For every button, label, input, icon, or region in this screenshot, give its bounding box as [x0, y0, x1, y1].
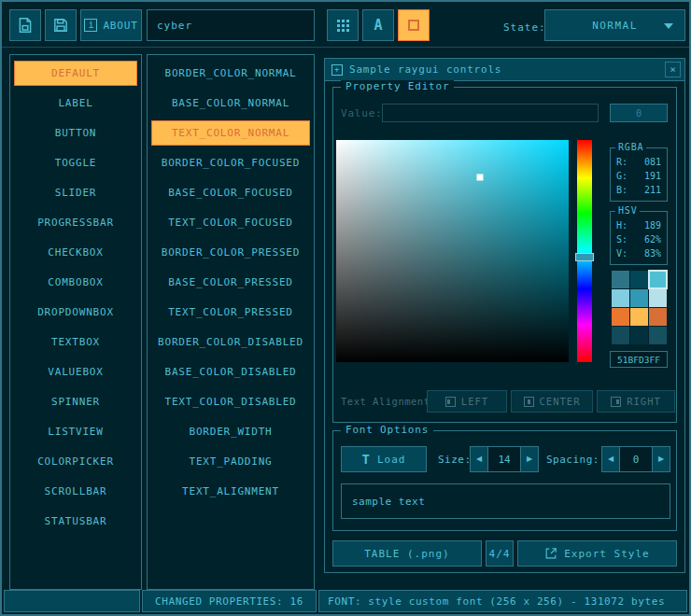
- color-swatch[interactable]: [630, 308, 648, 326]
- save-style-button[interactable]: [45, 9, 77, 41]
- hex-color-input[interactable]: [610, 351, 668, 368]
- status-changed-properties: CHANGED PROPERTIES: 16: [142, 590, 317, 612]
- property-list-item[interactable]: BORDER_COLOR_FOCUSED: [151, 150, 310, 175]
- hue-slider-handle[interactable]: [575, 253, 594, 261]
- arrow-left-icon: ◀: [608, 455, 613, 463]
- export-style-button[interactable]: Export Style: [517, 540, 677, 567]
- property-list-item[interactable]: BASE_COLOR_FOCUSED: [151, 180, 310, 205]
- property-list-item[interactable]: BORDER_COLOR_NORMAL: [151, 61, 310, 86]
- hsv-row-s: S:62%: [616, 232, 661, 246]
- controls-list-item-checkbox[interactable]: CHECKBOX: [14, 240, 137, 265]
- property-editor-group: Property Editor Value: 0 RGBA R:081 G:19…: [332, 87, 677, 423]
- color-swatch[interactable]: [649, 327, 667, 344]
- window-titlebar[interactable]: + Sample raygui controls ×: [325, 59, 684, 81]
- arrow-left-icon: ◀: [476, 455, 482, 463]
- size-decrement-button[interactable]: ◀: [470, 446, 488, 472]
- hsv-label: HSV: [615, 204, 640, 217]
- controls-list-item-dropdownbox[interactable]: DROPDOWNBOX: [14, 300, 137, 325]
- controls-list-item-button[interactable]: BUTTON: [14, 120, 137, 146]
- color-swatch[interactable]: [612, 308, 629, 326]
- controls-list-item-colorpicker[interactable]: COLORPICKER: [14, 449, 137, 474]
- spacing-spinner: ◀ 0 ▶: [601, 446, 670, 472]
- property-list-item[interactable]: BASE_COLOR_DISABLED: [151, 359, 310, 385]
- state-dropdown[interactable]: NORMAL: [544, 9, 685, 41]
- controls-list-item-label[interactable]: LABEL: [14, 91, 137, 116]
- sample-text-input[interactable]: [341, 483, 670, 519]
- load-style-button[interactable]: [9, 9, 41, 41]
- font-atlas-button[interactable]: [327, 9, 359, 41]
- controls-list-item-valuebox[interactable]: VALUEBOX: [14, 359, 137, 385]
- rguistyler-app: i ABOUT A State: NORMAL DEFAULT LABEL BU…: [0, 0, 691, 616]
- square-icon: [408, 20, 419, 31]
- value-input[interactable]: [382, 104, 599, 122]
- sample-controls-window: + Sample raygui controls × Property Edit…: [324, 58, 685, 573]
- spacing-value[interactable]: 0: [620, 446, 652, 472]
- size-increment-button[interactable]: ▶: [520, 446, 539, 472]
- property-list-item[interactable]: TEXT_COLOR_PRESSED: [151, 300, 310, 325]
- property-list-item-selected[interactable]: TEXT_COLOR_NORMAL: [151, 120, 310, 146]
- property-list-item[interactable]: TEXT_COLOR_DISABLED: [151, 389, 310, 414]
- rgba-row-r: R:081: [616, 155, 661, 169]
- load-font-button[interactable]: T Load: [341, 446, 427, 472]
- export-format-button[interactable]: TABLE (.png): [332, 540, 482, 567]
- controls-list-item-slider[interactable]: SLIDER: [14, 180, 137, 205]
- grid-icon: [337, 20, 349, 32]
- style-name-input[interactable]: [147, 9, 315, 41]
- color-swatch[interactable]: [630, 289, 648, 307]
- color-swatch[interactable]: [649, 308, 667, 326]
- property-list-item[interactable]: BORDER_COLOR_PRESSED: [151, 240, 310, 265]
- about-label: ABOUT: [103, 20, 137, 32]
- state-dropdown-value: NORMAL: [592, 20, 638, 32]
- controls-list-item-scrollbar[interactable]: SCROLLBAR: [14, 479, 137, 504]
- font-t-icon: T: [362, 453, 371, 466]
- size-value[interactable]: 14: [488, 446, 520, 472]
- export-icon: [544, 547, 557, 560]
- font-button[interactable]: A: [362, 9, 394, 41]
- color-saturation-panel[interactable]: [336, 140, 569, 362]
- window-icon: +: [331, 64, 343, 76]
- property-list-item[interactable]: TEXT_COLOR_FOCUSED: [151, 210, 310, 235]
- align-left-button[interactable]: LEFT: [427, 390, 507, 413]
- color-swatch[interactable]: [630, 271, 648, 288]
- close-button[interactable]: ×: [665, 62, 681, 77]
- color-swatch[interactable]: [649, 289, 667, 307]
- spacing-decrement-button[interactable]: ◀: [601, 446, 620, 472]
- about-button[interactable]: i ABOUT: [80, 9, 142, 41]
- save-file-icon: [52, 17, 69, 34]
- value-box[interactable]: 0: [610, 104, 668, 122]
- style-table-button[interactable]: [398, 9, 430, 41]
- property-list-item[interactable]: BORDER_COLOR_DISABLED: [151, 329, 310, 355]
- property-list-item[interactable]: BASE_COLOR_NORMAL: [151, 91, 310, 116]
- color-swatch-selected[interactable]: [649, 271, 667, 288]
- controls-list-item-statusbar[interactable]: STATUSBAR: [14, 509, 137, 534]
- state-label: State:: [503, 21, 546, 34]
- property-list-item[interactable]: BORDER_WIDTH: [151, 419, 310, 444]
- controls-list-item-toggle[interactable]: TOGGLE: [14, 150, 137, 175]
- hue-bar[interactable]: [577, 140, 592, 362]
- color-swatch[interactable]: [612, 327, 629, 344]
- color-swatch[interactable]: [612, 271, 629, 288]
- controls-list-item-combobox[interactable]: COMBOBOX: [14, 270, 137, 295]
- controls-list-item-listview[interactable]: LISTVIEW: [14, 419, 137, 444]
- controls-list-item-textbox[interactable]: TEXTBOX: [14, 329, 137, 355]
- property-list-item[interactable]: TEXT_PADDING: [151, 449, 310, 474]
- align-right-button[interactable]: RIGHT: [597, 390, 675, 413]
- page-indicator[interactable]: 4/4: [486, 540, 514, 567]
- controls-list-item-spinner[interactable]: SPINNER: [14, 389, 137, 414]
- value-label: Value:: [341, 107, 383, 119]
- property-list-item[interactable]: TEXT_ALIGNMENT: [151, 479, 310, 504]
- spacing-label: Spacing:: [546, 454, 599, 466]
- arrow-right-icon: ▶: [527, 455, 532, 463]
- status-font-info: FONT: style custom font (256 x 256) - 13…: [318, 590, 687, 612]
- text-alignment-label: Text Alignment:: [341, 396, 430, 407]
- status-left-segment: [4, 590, 140, 612]
- color-swatch[interactable]: [612, 289, 629, 307]
- color-swatch[interactable]: [630, 327, 648, 344]
- align-center-button[interactable]: CENTER: [511, 390, 593, 413]
- toolbar: i ABOUT A State: NORMAL: [2, 2, 689, 48]
- property-list-item[interactable]: BASE_COLOR_PRESSED: [151, 270, 310, 295]
- controls-list-item-default[interactable]: DEFAULT: [14, 61, 137, 86]
- spacing-increment-button[interactable]: ▶: [652, 446, 670, 472]
- controls-list-item-progressbar[interactable]: PROGRESSBAR: [14, 210, 137, 235]
- align-left-icon: [445, 397, 456, 407]
